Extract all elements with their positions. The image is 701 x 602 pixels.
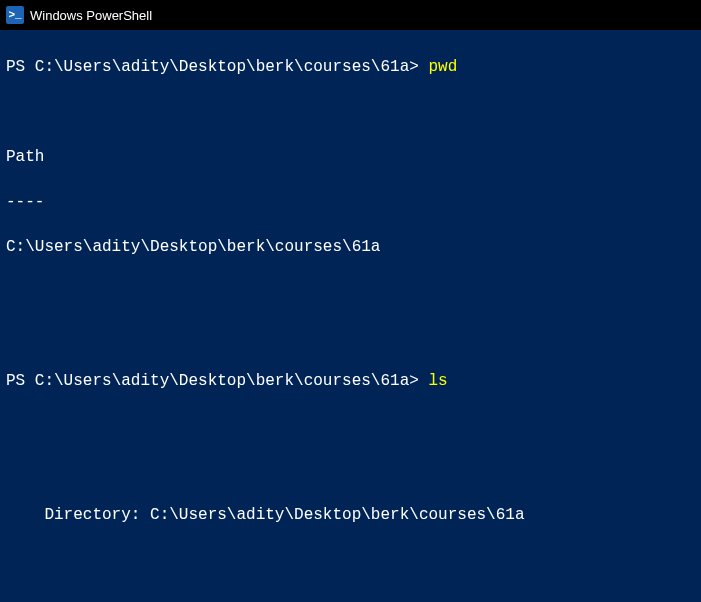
blank-line	[6, 459, 695, 481]
pwd-value: C:\Users\adity\Desktop\berk\courses\61a	[6, 236, 695, 258]
prompt-suffix: >	[409, 372, 428, 390]
blank-line	[6, 101, 695, 123]
window-title: Windows PowerShell	[30, 8, 152, 23]
prompt-suffix: >	[409, 58, 428, 76]
blank-line	[6, 280, 695, 302]
ls-dir-path: C:\Users\adity\Desktop\berk\courses\61a	[150, 506, 524, 524]
window-titlebar: >_ Windows PowerShell	[0, 0, 701, 30]
ls-dir-label: Directory:	[6, 506, 150, 524]
prompt-cwd: C:\Users\adity\Desktop\berk\courses\61a	[35, 58, 409, 76]
command-pwd: pwd	[428, 58, 457, 76]
blank-line	[6, 325, 695, 347]
prompt-prefix: PS	[6, 372, 35, 390]
prompt-line-1: PS C:\Users\adity\Desktop\berk\courses\6…	[6, 56, 695, 78]
powershell-icon: >_	[6, 6, 24, 24]
pwd-header: Path	[6, 146, 695, 168]
terminal-output[interactable]: PS C:\Users\adity\Desktop\berk\courses\6…	[0, 30, 701, 602]
prompt-line-2: PS C:\Users\adity\Desktop\berk\courses\6…	[6, 370, 695, 392]
pwd-divider: ----	[6, 191, 695, 213]
ls-directory-line: Directory: C:\Users\adity\Desktop\berk\c…	[6, 504, 695, 526]
prompt-prefix: PS	[6, 58, 35, 76]
prompt-cwd: C:\Users\adity\Desktop\berk\courses\61a	[35, 372, 409, 390]
powershell-icon-glyph: >_	[8, 9, 21, 21]
blank-line	[6, 594, 695, 602]
command-ls: ls	[428, 372, 447, 390]
blank-line	[6, 415, 695, 437]
blank-line	[6, 549, 695, 571]
